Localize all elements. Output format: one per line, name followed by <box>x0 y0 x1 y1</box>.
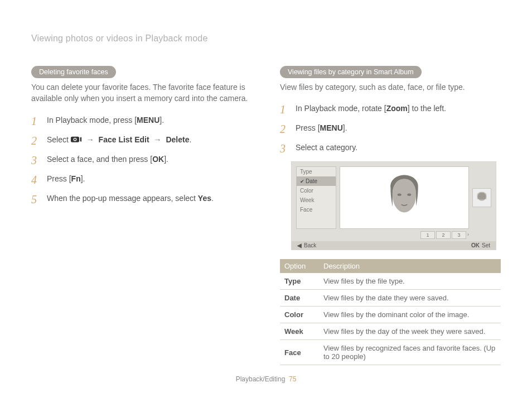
step-text: ] to the left. <box>408 104 446 113</box>
table-row: Week View files by the day of the week t… <box>280 323 501 340</box>
description-cell: View files by the date they were saved. <box>319 290 501 307</box>
camera-ui-illustration: Type Date Color Week Face <box>291 161 496 250</box>
options-table: Option Description Type View files by th… <box>280 259 501 365</box>
step-text: Press [ <box>296 123 320 132</box>
description-cell: View files by the file type. <box>319 273 501 290</box>
menu-item-date: Date <box>297 176 336 186</box>
face-thumb-icon <box>474 190 490 205</box>
face-illustration-icon <box>353 173 456 222</box>
step-text: Select <box>47 135 71 144</box>
thumbnail <box>472 188 491 207</box>
step-list: In Playback mode, rotate [Zoom] to the l… <box>280 103 501 154</box>
option-cell: Type <box>280 273 319 290</box>
arrow-icon: → <box>84 135 96 144</box>
menu-button-label: MENU <box>320 123 343 132</box>
back-label: Back <box>304 242 316 248</box>
svg-point-3 <box>398 194 402 196</box>
set-label: Set <box>482 242 490 248</box>
page-indicator: 1 <box>420 231 435 239</box>
table-row: Color View files by the dominant color o… <box>280 307 501 323</box>
menu-item-color: Color <box>297 186 336 195</box>
ok-label: OK <box>471 242 480 248</box>
step-item: Press [MENU]. <box>280 122 501 134</box>
back-hint: ◀Back <box>297 242 316 248</box>
svg-point-4 <box>407 194 411 196</box>
zoom-button-label: Zoom <box>386 104 408 113</box>
svg-point-2 <box>74 138 76 140</box>
intro-paragraph: View files by category, such as date, fa… <box>280 82 501 93</box>
step-text: Select a face, and then press [ <box>47 155 152 164</box>
step-item: Press [Fn]. <box>31 173 252 185</box>
menu-item-face: Face <box>297 205 336 214</box>
step-text: In Playback mode, rotate [ <box>296 104 386 113</box>
menu-item-type: Type <box>297 167 336 176</box>
preview-pane <box>340 166 469 229</box>
pager: 1 2 3 › <box>296 231 491 239</box>
menu-path-item: Delete <box>166 135 189 144</box>
chevron-right-icon: › <box>467 231 469 239</box>
step-text: Press [ <box>47 174 71 183</box>
option-cell: Color <box>280 307 319 323</box>
table-row: Type View files by the file type. <box>280 273 501 290</box>
step-item: In Playback mode, press [MENU]. <box>31 114 252 126</box>
footer-section: Playback/Editing <box>236 375 286 383</box>
step-item: Select a category. <box>280 142 501 154</box>
table-row: Face View files by recognized faces and … <box>280 340 501 365</box>
step-text: In Playback mode, press [ <box>47 116 137 125</box>
page: Viewing photos or videos in Playback mod… <box>0 0 532 382</box>
step-text: ]. <box>343 123 347 132</box>
intro-paragraph: You can delete your favorite faces. The … <box>31 82 252 104</box>
step-item: When the pop-up message appears, select … <box>31 193 252 204</box>
page-footer: Playback/Editing 75 <box>0 375 532 383</box>
table-row: Date View files by the date they were sa… <box>280 290 501 307</box>
col-header-option: Option <box>280 259 319 273</box>
category-menu: Type Date Color Week Face <box>296 166 336 229</box>
arrow-icon: → <box>152 135 164 144</box>
right-column: Viewing files by category in Smart Album… <box>280 66 501 365</box>
step-item: Select → Face List Edit → Delete. <box>31 134 252 146</box>
step-text: When the pop-up message appears, select <box>47 194 198 203</box>
step-text: . <box>211 194 214 203</box>
fn-button-label: Fn <box>71 174 81 183</box>
page-number: 75 <box>289 375 296 383</box>
yes-label: Yes <box>198 194 211 203</box>
two-column-layout: Deleting favorite faces You can delete y… <box>31 66 501 365</box>
step-text: ]. <box>164 155 168 164</box>
step-text: ]. <box>81 174 85 183</box>
option-cell: Date <box>280 290 319 307</box>
ok-button-label: OK <box>152 155 164 164</box>
illustration-bottom-bar: ◀Back OKSet <box>292 241 496 250</box>
menu-button-label: MENU <box>137 116 159 125</box>
step-list: In Playback mode, press [MENU]. Select →… <box>31 114 252 204</box>
description-cell: View files by the day of the week they w… <box>319 323 501 340</box>
option-cell: Face <box>280 340 319 365</box>
illustration-body: Type Date Color Week Face <box>296 166 491 229</box>
option-cell: Week <box>280 323 319 340</box>
left-column: Deleting favorite faces You can delete y… <box>31 66 252 365</box>
description-cell: View files by the dominant color of the … <box>319 307 501 323</box>
description-cell: View files by recognized faces and favor… <box>319 340 501 365</box>
step-text: Select a category. <box>296 143 357 152</box>
set-hint: OKSet <box>471 242 490 248</box>
step-text: . <box>189 135 191 144</box>
step-text: ]. <box>159 116 164 125</box>
table-header-row: Option Description <box>280 259 501 273</box>
running-header: Viewing photos or videos in Playback mod… <box>31 34 501 44</box>
menu-path-item: Face List Edit <box>99 135 149 144</box>
menu-item-week: Week <box>297 195 336 205</box>
col-header-description: Description <box>319 259 501 273</box>
page-indicator: 2 <box>436 231 451 239</box>
step-item: Select a face, and then press [OK]. <box>31 154 252 165</box>
step-item: In Playback mode, rotate [Zoom] to the l… <box>280 103 501 114</box>
section-heading-pill: Deleting favorite faces <box>31 66 116 78</box>
camera-settings-icon <box>71 135 82 142</box>
left-triangle-icon: ◀ <box>297 242 302 248</box>
section-heading-pill: Viewing files by category in Smart Album <box>280 66 422 78</box>
page-indicator: 3 <box>452 231 466 239</box>
